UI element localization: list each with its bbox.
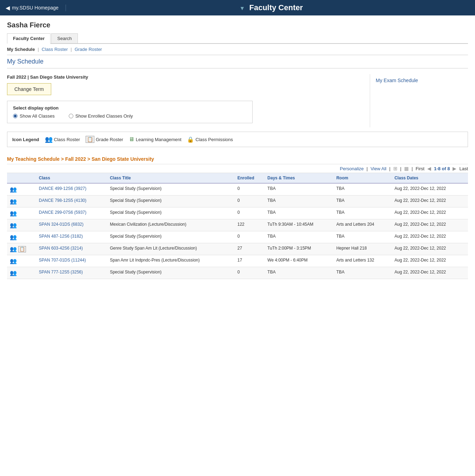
row-room: Hepner Hall 218: [334, 243, 392, 255]
people-icon[interactable]: 👥: [10, 258, 17, 264]
people-icon[interactable]: 👥: [10, 198, 17, 205]
row-enrolled: 0: [235, 196, 265, 207]
row-enrolled: 0: [235, 207, 265, 219]
prev-page-button[interactable]: ◀: [427, 166, 431, 171]
main-content: Sasha Fierce Faculty Center Search My Sc…: [0, 15, 475, 285]
row-icons-cell: 👥: [7, 219, 36, 231]
app-title: ▼ Faculty Center: [73, 3, 469, 12]
row-icons-cell: 👥: [7, 207, 36, 219]
subnav-grade-roster[interactable]: Grade Roster: [75, 47, 102, 52]
legend-class-roster-label: Class Roster: [54, 137, 80, 142]
row-days-times: TBA: [265, 231, 333, 243]
class-link[interactable]: DANCE 299-07S6 (5937): [39, 210, 86, 215]
row-icons-cell: 👥: [7, 196, 36, 207]
table-icon-button[interactable]: ▦: [404, 166, 409, 171]
legend-permissions-label: Class Permissions: [195, 137, 233, 142]
row-class-code: SPAN 487-12S6 (3182): [36, 231, 107, 243]
row-class-code: DANCE 798-12S5 (4130): [36, 196, 107, 207]
row-enrolled: 122: [235, 219, 265, 231]
table-row: 👥SPAN 324-01DS (6832)Mexican Civilizatio…: [7, 219, 468, 231]
display-option-label: Select display option: [13, 105, 247, 111]
people-icon[interactable]: 👥: [10, 186, 17, 193]
tab-search[interactable]: Search: [51, 33, 78, 43]
grade-roster-icon: 📋: [86, 136, 94, 143]
row-room: Arts and Letters 132: [334, 255, 392, 267]
tab-bar: Faculty Center Search: [7, 33, 468, 44]
class-link[interactable]: SPAN 707-01DS (11244): [39, 258, 86, 263]
display-option-section: Select display option Show All Classes S…: [7, 101, 253, 123]
icon-legend: Icon Legend 👥 Class Roster 📋 Grade Roste…: [7, 132, 468, 147]
personalize-link[interactable]: Personalize: [340, 166, 364, 171]
col-header-dates: Class Dates: [392, 173, 468, 183]
row-class-code: DANCE 499-12S6 (3927): [36, 183, 107, 196]
class-link[interactable]: SPAN 324-01DS (6832): [39, 222, 83, 227]
row-room: TBA: [334, 231, 392, 243]
people-icon[interactable]: 👥: [10, 270, 17, 276]
row-enrolled: 0: [235, 183, 265, 196]
subnav-sep-2: |: [71, 47, 72, 52]
row-class-title: Special Study (Supervision): [107, 183, 235, 196]
display-option-radio-group: Show All Classes Show Enrolled Classes O…: [13, 113, 247, 119]
class-link[interactable]: SPAN 487-12S6 (3182): [39, 234, 83, 239]
row-class-dates: Aug 22, 2022-Dec 12, 2022: [392, 231, 468, 243]
people-icon[interactable]: 👥: [10, 210, 17, 217]
row-class-title: Special Study (Supervision): [107, 196, 235, 207]
radio-show-all-label: Show All Classes: [20, 113, 55, 119]
change-term-button[interactable]: Change Term: [7, 83, 51, 95]
people-icon[interactable]: 👥: [10, 246, 17, 252]
radio-show-all[interactable]: Show All Classes: [13, 113, 55, 119]
subnav-my-schedule[interactable]: My Schedule: [7, 47, 35, 52]
people-icon[interactable]: 👥: [10, 234, 17, 240]
row-class-dates: Aug 22, 2022-Dec 12, 2022: [392, 183, 468, 196]
table-row: 👥📋SPAN 603-42S6 (3214)Genre Study Span A…: [7, 243, 468, 255]
next-page-button[interactable]: ▶: [453, 166, 456, 171]
pagination-separator-1: |: [367, 166, 368, 171]
back-arrow-icon: ◀: [6, 5, 10, 11]
row-class-dates: Aug 22, 2022-Dec 12, 2022: [392, 219, 468, 231]
back-link[interactable]: ◀ my.SDSU Homepage: [6, 5, 66, 11]
row-class-code: SPAN 324-01DS (6832): [36, 219, 107, 231]
radio-show-enrolled-input[interactable]: [69, 114, 73, 118]
col-header-title: Class Title: [107, 173, 235, 183]
view-all-link[interactable]: View All: [370, 166, 386, 171]
table-header-row: Class Class Title Enrolled Days & Times …: [7, 173, 468, 183]
grid-icon-button[interactable]: ⊞: [393, 166, 397, 171]
two-column-layout: Fall 2022 | San Diego State University C…: [7, 74, 468, 127]
col-header-enrolled: Enrolled: [235, 173, 265, 183]
col-header-room: Room: [334, 173, 392, 183]
row-class-title: Mexican Civilization (Lecture/Discussion…: [107, 219, 235, 231]
legend-class-roster: 👥 Class Roster: [45, 135, 80, 143]
row-class-code: SPAN 777-12S5 (3256): [36, 267, 107, 279]
schedule-table: Class Class Title Enrolled Days & Times …: [7, 173, 468, 279]
radio-show-all-input[interactable]: [13, 114, 18, 118]
row-class-title: Genre Study Span Am Lit (Lecture/Discuss…: [107, 243, 235, 255]
row-icons-cell: 👥📋: [7, 243, 36, 255]
pagination-separator-3: |: [400, 166, 401, 171]
row-days-times: TBA: [265, 196, 333, 207]
class-link[interactable]: SPAN 603-42S6 (3214): [39, 246, 83, 251]
my-exam-schedule-link[interactable]: My Exam Schedule: [376, 78, 418, 83]
schedule-header: My Teaching Schedule > Fall 2022 > San D…: [7, 153, 468, 164]
row-enrolled: 0: [235, 231, 265, 243]
subnav-class-roster[interactable]: Class Roster: [42, 47, 68, 52]
row-days-times: TBA: [265, 207, 333, 219]
col-header-class: Class: [36, 173, 107, 183]
doc-icon[interactable]: 📋: [18, 246, 26, 252]
class-link[interactable]: SPAN 777-12S5 (3256): [39, 270, 83, 275]
row-days-times: TuTh 2:00PM - 3:15PM: [265, 243, 333, 255]
legend-grade-roster-label: Grade Roster: [96, 137, 123, 142]
class-link[interactable]: DANCE 798-12S5 (4130): [39, 198, 86, 203]
people-icon[interactable]: 👥: [10, 222, 17, 229]
row-icons-cell: 👥: [7, 231, 36, 243]
radio-show-enrolled[interactable]: Show Enrolled Classes Only: [69, 113, 133, 119]
table-row: 👥SPAN 487-12S6 (3182)Special Study (Supe…: [7, 231, 468, 243]
row-class-dates: Aug 22, 2022-Dec 12, 2022: [392, 267, 468, 279]
dropdown-arrow-icon: ▼: [240, 5, 245, 11]
table-row: 👥SPAN 777-12S5 (3256)Special Study (Supe…: [7, 267, 468, 279]
table-row: 👥SPAN 707-01DS (11244)Span Amr Lit Indpn…: [7, 255, 468, 267]
user-name: Sasha Fierce: [7, 21, 468, 29]
last-label: Last: [459, 166, 468, 171]
row-enrolled: 27: [235, 243, 265, 255]
class-link[interactable]: DANCE 499-12S6 (3927): [39, 186, 86, 191]
tab-faculty-center[interactable]: Faculty Center: [7, 33, 51, 44]
